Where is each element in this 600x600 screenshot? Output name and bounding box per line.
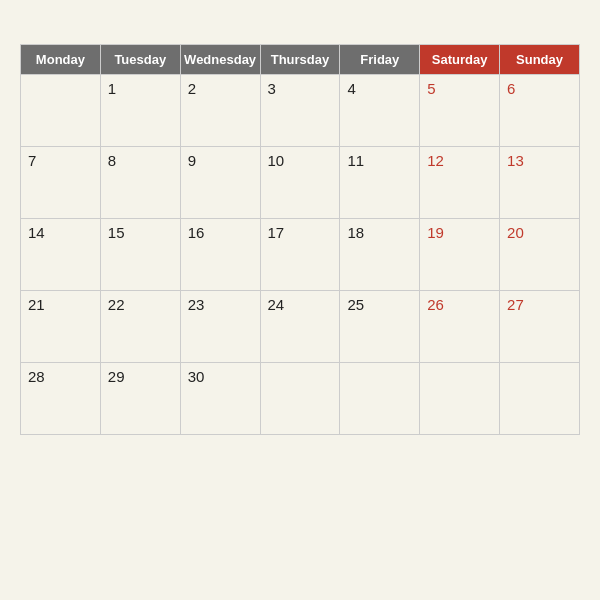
calendar-cell — [260, 363, 340, 435]
calendar-cell: 13 — [500, 147, 580, 219]
calendar-cell: 15 — [100, 219, 180, 291]
calendar-cell: 10 — [260, 147, 340, 219]
calendar-header — [20, 20, 580, 44]
calendar-cell: 21 — [21, 291, 101, 363]
calendar-row-4: 282930 — [21, 363, 580, 435]
calendar-cell: 8 — [100, 147, 180, 219]
day-header-thursday: Thursday — [260, 45, 340, 75]
calendar-cell: 22 — [100, 291, 180, 363]
calendar-row-3: 21222324252627 — [21, 291, 580, 363]
calendar-cell: 5 — [420, 75, 500, 147]
calendar-cell: 1 — [100, 75, 180, 147]
day-header-wednesday: Wednesday — [180, 45, 260, 75]
day-header-friday: Friday — [340, 45, 420, 75]
calendar: MondayTuesdayWednesdayThursdayFridaySatu… — [20, 20, 580, 580]
days-header-row: MondayTuesdayWednesdayThursdayFridaySatu… — [21, 45, 580, 75]
day-header-monday: Monday — [21, 45, 101, 75]
calendar-cell: 7 — [21, 147, 101, 219]
calendar-row-1: 78910111213 — [21, 147, 580, 219]
calendar-cell: 4 — [340, 75, 420, 147]
calendar-cell: 12 — [420, 147, 500, 219]
calendar-grid: MondayTuesdayWednesdayThursdayFridaySatu… — [20, 44, 580, 435]
day-header-sunday: Sunday — [500, 45, 580, 75]
calendar-cell: 18 — [340, 219, 420, 291]
calendar-cell — [21, 75, 101, 147]
calendar-cell: 9 — [180, 147, 260, 219]
calendar-cell: 2 — [180, 75, 260, 147]
calendar-cell: 19 — [420, 219, 500, 291]
calendar-cell: 25 — [340, 291, 420, 363]
calendar-row-2: 14151617181920 — [21, 219, 580, 291]
calendar-cell: 11 — [340, 147, 420, 219]
calendar-cell: 28 — [21, 363, 101, 435]
calendar-cell — [500, 363, 580, 435]
calendar-cell: 24 — [260, 291, 340, 363]
calendar-cell: 16 — [180, 219, 260, 291]
calendar-cell: 29 — [100, 363, 180, 435]
calendar-cell: 17 — [260, 219, 340, 291]
calendar-cell: 3 — [260, 75, 340, 147]
calendar-cell — [420, 363, 500, 435]
calendar-cell: 27 — [500, 291, 580, 363]
calendar-cell: 14 — [21, 219, 101, 291]
calendar-cell: 6 — [500, 75, 580, 147]
calendar-cell: 26 — [420, 291, 500, 363]
day-header-tuesday: Tuesday — [100, 45, 180, 75]
calendar-cell: 30 — [180, 363, 260, 435]
calendar-cell: 20 — [500, 219, 580, 291]
day-header-saturday: Saturday — [420, 45, 500, 75]
calendar-cell — [340, 363, 420, 435]
calendar-cell: 23 — [180, 291, 260, 363]
calendar-body: 1234567891011121314151617181920212223242… — [21, 75, 580, 435]
calendar-row-0: 123456 — [21, 75, 580, 147]
